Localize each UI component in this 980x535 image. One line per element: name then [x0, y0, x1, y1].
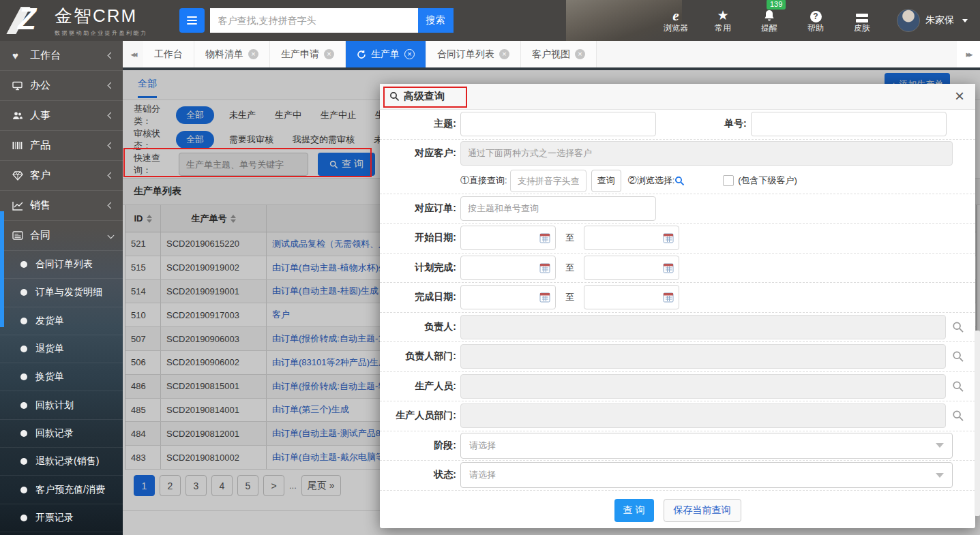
tab-contract-order-list[interactable]: 合同订单列表×: [426, 41, 521, 67]
sidebar-item-product[interactable]: 产品: [0, 131, 123, 161]
to-label: 至: [565, 262, 574, 274]
producer-dept-search-icon[interactable]: [952, 410, 964, 422]
form-row-owner-dept: 负责人部门:: [380, 342, 975, 372]
sidebar-label: 合同: [30, 229, 108, 242]
sidebar-item-customer[interactable]: 客户: [0, 161, 123, 191]
tabs-scroll-right-button[interactable]: ▸▸: [957, 41, 980, 67]
plan-finish-label: 计划完成:: [380, 262, 456, 274]
finish-date-to-input[interactable]: [584, 285, 679, 309]
direct-query-input[interactable]: [510, 170, 586, 192]
plan-finish-to-input[interactable]: [584, 256, 679, 280]
close-icon[interactable]: ×: [955, 87, 964, 106]
page-scrollbar-thumb[interactable]: [975, 331, 980, 516]
sidebar-item-refund-record[interactable]: 退款记录(销售): [0, 448, 123, 476]
close-icon[interactable]: ×: [575, 49, 585, 59]
user-menu[interactable]: 朱家保: [897, 9, 968, 32]
producer-display-field[interactable]: [460, 374, 946, 399]
calendar-icon: [539, 232, 550, 243]
direct-query-button[interactable]: 查询: [591, 170, 621, 192]
sidebar-child-label: 客户预充值/消费: [35, 484, 105, 496]
sidebar-scrollbar-thumb[interactable]: [0, 211, 4, 327]
start-date-to-input[interactable]: [584, 226, 679, 250]
sidebar-item-invoice-record[interactable]: 开票记录: [0, 504, 123, 532]
app-title: 金智CRM: [55, 4, 148, 28]
owner-dept-display-field[interactable]: [460, 344, 946, 369]
browse-search-icon[interactable]: [674, 176, 685, 186]
chevron-left-icon: [108, 202, 115, 209]
owner-search-icon[interactable]: [952, 321, 964, 333]
tab-production-request[interactable]: 生产申请×: [270, 41, 346, 67]
tab-workbench[interactable]: 工作台: [143, 41, 194, 67]
sidebar-item-order-shipping-detail[interactable]: 订单与发货明细: [0, 279, 123, 307]
sidebar-item-hr[interactable]: 人事: [0, 101, 123, 131]
chevron-down-icon: [108, 232, 115, 239]
code-input[interactable]: [751, 112, 947, 136]
status-select[interactable]: 请选择: [460, 462, 953, 488]
stage-select[interactable]: 请选择: [460, 433, 953, 459]
bullet-icon: [20, 289, 27, 296]
modal-query-button[interactable]: 查 询: [614, 499, 654, 522]
nav-favorites[interactable]: ★ 常用: [711, 7, 734, 34]
nav-reminders[interactable]: 139 提醒: [758, 7, 781, 34]
nav-help[interactable]: ? 帮助: [804, 7, 827, 34]
close-icon[interactable]: ×: [404, 49, 415, 59]
bullet-icon: [20, 458, 27, 465]
sidebar-item-return-order[interactable]: 退货单: [0, 335, 123, 363]
subject-input[interactable]: [460, 112, 656, 136]
nav-favorites-label: 常用: [715, 22, 731, 34]
global-search-input[interactable]: [210, 8, 418, 33]
sidebar-item-contract[interactable]: 合同: [0, 221, 123, 251]
producer-label: 生产人员:: [380, 380, 456, 393]
tab-material-list[interactable]: 物料清单×: [194, 41, 270, 67]
sidebar-item-shipping-order[interactable]: 发货单: [0, 307, 123, 335]
refresh-icon: [357, 50, 366, 59]
producer-search-icon[interactable]: [952, 380, 964, 393]
sidebar-item-workbench[interactable]: ♥ 工作台: [0, 41, 123, 71]
close-icon[interactable]: ×: [499, 49, 509, 59]
owner-display-field[interactable]: [460, 315, 946, 339]
nav-skin[interactable]: 皮肤: [850, 7, 874, 34]
bullet-icon: [20, 346, 27, 352]
finish-date-from-input[interactable]: [460, 285, 556, 309]
close-icon[interactable]: ×: [248, 49, 258, 59]
tabs-scroll-left-button[interactable]: ◂◂: [123, 41, 143, 67]
sidebar-item-payment-plan[interactable]: 回款计划: [0, 391, 123, 419]
plan-finish-from-input[interactable]: [460, 256, 556, 280]
subject-label: 主题:: [380, 118, 456, 130]
menu-toggle-button[interactable]: [179, 8, 205, 33]
star-icon: ★: [717, 7, 728, 22]
form-row-owner: 负责人:: [380, 313, 975, 343]
include-sub-customer-label: (包含下级客户): [738, 174, 797, 187]
include-sub-customer-checkbox[interactable]: [723, 175, 734, 186]
chevron-down-icon: [962, 19, 968, 22]
sidebar-label: 销售: [30, 199, 108, 212]
producer-dept-display-field[interactable]: [460, 403, 946, 428]
app-tagline: 数据驱动助企业提升盈利能力: [55, 29, 148, 37]
tab-production-order[interactable]: 生产单 ×: [346, 41, 426, 67]
modal-footer: 查 询 保存当前查询: [380, 493, 975, 528]
tab-customer-view[interactable]: 客户视图×: [521, 41, 597, 67]
sidebar-child-label: 回款记录: [35, 427, 74, 440]
start-date-from-input[interactable]: [460, 226, 556, 250]
order-input[interactable]: [460, 196, 656, 221]
customer-display-field[interactable]: 通过下面两种方式之一选择客户: [460, 141, 953, 166]
sidebar-item-payment-invoice-stats[interactable]: 回款/开票统计: [0, 532, 123, 535]
sidebar-item-payment-record[interactable]: 回款记录: [0, 420, 123, 448]
sidebar-item-prepay-consume[interactable]: 客户预充值/消费: [0, 476, 123, 504]
sidebar-label: 客户: [30, 169, 108, 182]
chevron-left-icon: [108, 112, 115, 119]
bullet-icon: [20, 373, 27, 380]
sidebar-item-sales[interactable]: 销售: [0, 191, 123, 221]
global-search-button[interactable]: 搜索: [418, 8, 454, 33]
owner-label: 负责人:: [380, 321, 456, 333]
sidebar-child-label: 退款记录(销售): [35, 455, 99, 468]
reminder-count-badge: 139: [767, 0, 786, 10]
nav-browser[interactable]: e 浏览器: [664, 7, 688, 34]
modal-save-query-button[interactable]: 保存当前查询: [664, 499, 741, 522]
sidebar-child-label: 回款计划: [35, 399, 74, 412]
sidebar-item-office[interactable]: 办公: [0, 71, 123, 101]
close-icon[interactable]: ×: [324, 49, 334, 59]
sidebar-item-contract-order-list[interactable]: 合同订单列表: [0, 251, 123, 279]
sidebar-item-exchange-order[interactable]: 换货单: [0, 363, 123, 391]
owner-dept-search-icon[interactable]: [952, 350, 964, 363]
